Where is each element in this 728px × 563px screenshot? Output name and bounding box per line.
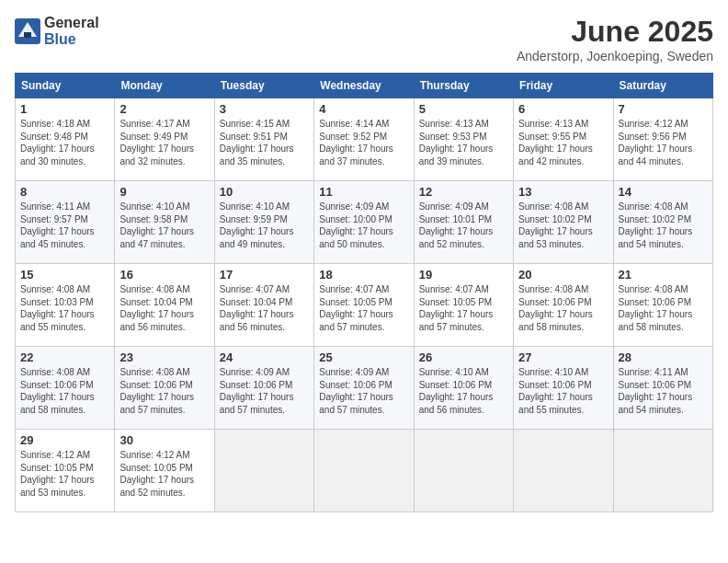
title-block: June 2025 Anderstorp, Joenkoeping, Swede… — [517, 15, 713, 63]
day-number: 11 — [319, 185, 408, 199]
day-number: 13 — [518, 185, 608, 199]
calendar-cell: 9Sunrise: 4:10 AM Sunset: 9:58 PM Daylig… — [115, 181, 214, 264]
logo-blue-text: Blue — [44, 31, 99, 48]
day-number: 12 — [419, 185, 508, 199]
cell-info: Sunrise: 4:12 AM Sunset: 10:05 PM Daylig… — [119, 449, 209, 499]
day-number: 25 — [319, 350, 408, 364]
calendar-cell: 6Sunrise: 4:13 AM Sunset: 9:55 PM Daylig… — [514, 98, 613, 181]
calendar-body: 1Sunrise: 4:18 AM Sunset: 9:48 PM Daylig… — [16, 98, 713, 512]
day-header-friday: Friday — [514, 74, 613, 98]
cell-info: Sunrise: 4:13 AM Sunset: 9:55 PM Dayligh… — [518, 118, 608, 167]
cell-info: Sunrise: 4:09 AM Sunset: 10:06 PM Daylig… — [220, 366, 309, 416]
cell-info: Sunrise: 4:07 AM Sunset: 10:04 PM Daylig… — [220, 283, 309, 333]
day-number: 15 — [20, 268, 109, 282]
day-number: 18 — [319, 268, 408, 282]
day-number: 27 — [518, 350, 608, 364]
cell-info: Sunrise: 4:11 AM Sunset: 9:57 PM Dayligh… — [20, 201, 109, 250]
calendar-cell: 3Sunrise: 4:15 AM Sunset: 9:51 PM Daylig… — [214, 98, 313, 181]
day-number: 7 — [619, 102, 708, 116]
day-number: 1 — [20, 102, 109, 116]
calendar-cell: 1Sunrise: 4:18 AM Sunset: 9:48 PM Daylig… — [16, 98, 115, 181]
calendar-cell: 19Sunrise: 4:07 AM Sunset: 10:05 PM Dayl… — [414, 264, 513, 347]
calendar-cell: 5Sunrise: 4:13 AM Sunset: 9:53 PM Daylig… — [414, 98, 513, 181]
day-number: 10 — [220, 185, 309, 199]
calendar-cell — [214, 430, 313, 512]
cell-info: Sunrise: 4:08 AM Sunset: 10:06 PM Daylig… — [619, 283, 708, 333]
logo: General Blue — [15, 15, 99, 47]
cell-info: Sunrise: 4:18 AM Sunset: 9:48 PM Dayligh… — [20, 118, 109, 167]
month-title: June 2025 — [517, 15, 713, 49]
day-number: 24 — [220, 350, 309, 364]
day-number: 3 — [220, 102, 309, 116]
day-number: 17 — [220, 268, 309, 282]
calendar-week-row: 8Sunrise: 4:11 AM Sunset: 9:57 PM Daylig… — [16, 181, 713, 264]
cell-info: Sunrise: 4:17 AM Sunset: 9:49 PM Dayligh… — [119, 118, 209, 167]
day-number: 28 — [619, 350, 708, 364]
cell-info: Sunrise: 4:11 AM Sunset: 10:06 PM Daylig… — [619, 366, 708, 416]
calendar-cell — [514, 430, 613, 512]
day-number: 4 — [319, 102, 408, 116]
cell-info: Sunrise: 4:15 AM Sunset: 9:51 PM Dayligh… — [220, 118, 309, 167]
cell-info: Sunrise: 4:08 AM Sunset: 10:02 PM Daylig… — [619, 201, 708, 250]
day-number: 16 — [119, 268, 209, 282]
calendar-cell: 22Sunrise: 4:08 AM Sunset: 10:06 PM Dayl… — [16, 347, 115, 430]
calendar-table: SundayMondayTuesdayWednesdayThursdayFrid… — [15, 73, 713, 512]
day-number: 21 — [619, 268, 708, 282]
calendar-cell: 15Sunrise: 4:08 AM Sunset: 10:03 PM Dayl… — [16, 264, 115, 347]
cell-info: Sunrise: 4:08 AM Sunset: 10:04 PM Daylig… — [119, 283, 209, 333]
day-number: 30 — [119, 433, 209, 447]
calendar-cell — [314, 430, 414, 512]
calendar-cell: 26Sunrise: 4:10 AM Sunset: 10:06 PM Dayl… — [414, 347, 513, 430]
calendar-cell: 14Sunrise: 4:08 AM Sunset: 10:02 PM Dayl… — [613, 181, 712, 264]
cell-info: Sunrise: 4:09 AM Sunset: 10:01 PM Daylig… — [419, 201, 508, 250]
cell-info: Sunrise: 4:12 AM Sunset: 10:05 PM Daylig… — [20, 449, 109, 499]
calendar-cell: 11Sunrise: 4:09 AM Sunset: 10:00 PM Dayl… — [314, 181, 414, 264]
calendar-cell: 8Sunrise: 4:11 AM Sunset: 9:57 PM Daylig… — [16, 181, 115, 264]
calendar-cell: 7Sunrise: 4:12 AM Sunset: 9:56 PM Daylig… — [613, 98, 712, 181]
day-header-monday: Monday — [115, 74, 214, 98]
calendar-week-row: 22Sunrise: 4:08 AM Sunset: 10:06 PM Dayl… — [16, 347, 713, 430]
calendar-cell: 13Sunrise: 4:08 AM Sunset: 10:02 PM Dayl… — [514, 181, 613, 264]
day-number: 9 — [119, 185, 209, 199]
day-number: 2 — [119, 102, 209, 116]
location-text: Anderstorp, Joenkoeping, Sweden — [517, 49, 713, 63]
cell-info: Sunrise: 4:07 AM Sunset: 10:05 PM Daylig… — [419, 283, 508, 333]
day-header-wednesday: Wednesday — [314, 74, 414, 98]
logo-general-text: General — [44, 15, 99, 31]
calendar-week-row: 1Sunrise: 4:18 AM Sunset: 9:48 PM Daylig… — [16, 98, 713, 181]
calendar-cell: 20Sunrise: 4:08 AM Sunset: 10:06 PM Dayl… — [514, 264, 613, 347]
cell-info: Sunrise: 4:08 AM Sunset: 10:06 PM Daylig… — [119, 366, 209, 416]
cell-info: Sunrise: 4:08 AM Sunset: 10:02 PM Daylig… — [518, 201, 608, 250]
day-number: 29 — [20, 433, 109, 447]
calendar-cell: 4Sunrise: 4:14 AM Sunset: 9:52 PM Daylig… — [314, 98, 414, 181]
cell-info: Sunrise: 4:10 AM Sunset: 9:59 PM Dayligh… — [220, 201, 309, 250]
day-header-tuesday: Tuesday — [214, 74, 313, 98]
day-number: 23 — [119, 350, 209, 364]
calendar-cell: 24Sunrise: 4:09 AM Sunset: 10:06 PM Dayl… — [214, 347, 313, 430]
day-header-saturday: Saturday — [613, 74, 712, 98]
calendar-cell: 10Sunrise: 4:10 AM Sunset: 9:59 PM Dayli… — [214, 181, 313, 264]
day-number: 26 — [419, 350, 508, 364]
calendar-cell: 25Sunrise: 4:09 AM Sunset: 10:06 PM Dayl… — [314, 347, 414, 430]
calendar-cell: 17Sunrise: 4:07 AM Sunset: 10:04 PM Dayl… — [214, 264, 313, 347]
logo-icon — [15, 18, 40, 44]
calendar-cell: 12Sunrise: 4:09 AM Sunset: 10:01 PM Dayl… — [414, 181, 513, 264]
cell-info: Sunrise: 4:12 AM Sunset: 9:56 PM Dayligh… — [619, 118, 708, 167]
cell-info: Sunrise: 4:13 AM Sunset: 9:53 PM Dayligh… — [419, 118, 508, 167]
calendar-cell: 18Sunrise: 4:07 AM Sunset: 10:05 PM Dayl… — [314, 264, 414, 347]
calendar-header-row: SundayMondayTuesdayWednesdayThursdayFrid… — [16, 74, 713, 98]
cell-info: Sunrise: 4:09 AM Sunset: 10:06 PM Daylig… — [319, 366, 408, 416]
day-header-thursday: Thursday — [414, 74, 513, 98]
day-header-sunday: Sunday — [16, 74, 115, 98]
cell-info: Sunrise: 4:09 AM Sunset: 10:00 PM Daylig… — [319, 201, 408, 250]
cell-info: Sunrise: 4:08 AM Sunset: 10:03 PM Daylig… — [20, 283, 109, 333]
day-number: 14 — [619, 185, 708, 199]
calendar-cell: 27Sunrise: 4:10 AM Sunset: 10:06 PM Dayl… — [514, 347, 613, 430]
cell-info: Sunrise: 4:10 AM Sunset: 10:06 PM Daylig… — [518, 366, 608, 416]
day-number: 19 — [419, 268, 508, 282]
cell-info: Sunrise: 4:08 AM Sunset: 10:06 PM Daylig… — [518, 283, 608, 333]
calendar-cell: 2Sunrise: 4:17 AM Sunset: 9:49 PM Daylig… — [115, 98, 214, 181]
calendar-cell — [613, 430, 712, 512]
calendar-cell: 28Sunrise: 4:11 AM Sunset: 10:06 PM Dayl… — [613, 347, 712, 430]
calendar-cell: 30Sunrise: 4:12 AM Sunset: 10:05 PM Dayl… — [115, 430, 214, 512]
